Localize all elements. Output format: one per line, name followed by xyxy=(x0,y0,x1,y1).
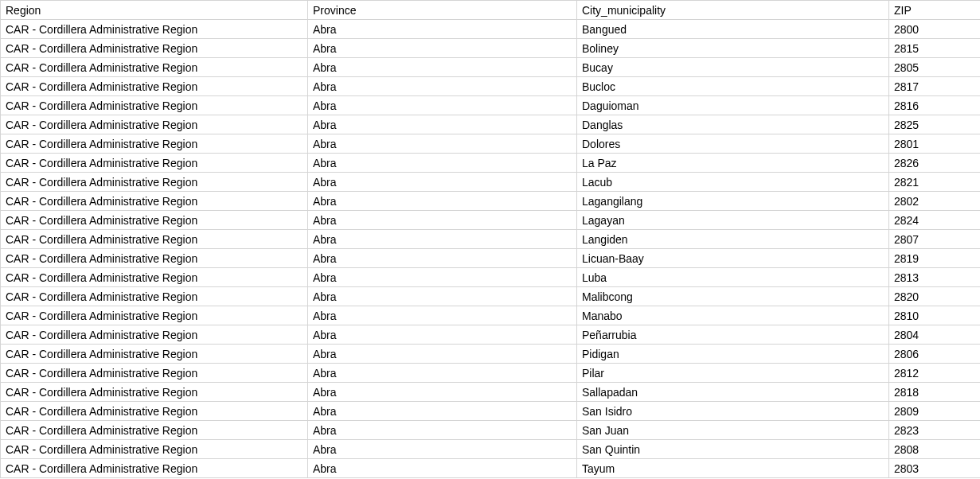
cell-zip[interactable]: 2826 xyxy=(889,154,981,173)
cell-zip[interactable]: 2807 xyxy=(889,230,981,249)
cell-province[interactable]: Abra xyxy=(308,115,577,134)
cell-province[interactable]: Abra xyxy=(308,268,577,287)
cell-zip[interactable]: 2806 xyxy=(889,345,981,364)
cell-region[interactable]: CAR - Cordillera Administrative Region xyxy=(1,58,308,77)
cell-zip[interactable]: 2819 xyxy=(889,249,981,268)
cell-province[interactable]: Abra xyxy=(308,134,577,154)
header-region[interactable]: Region xyxy=(1,1,308,20)
cell-region[interactable]: CAR - Cordillera Administrative Region xyxy=(1,192,308,211)
cell-city[interactable]: Boliney xyxy=(577,39,889,58)
cell-region[interactable]: CAR - Cordillera Administrative Region xyxy=(1,20,308,39)
cell-zip[interactable]: 2820 xyxy=(889,287,981,306)
cell-zip[interactable]: 2810 xyxy=(889,306,981,325)
cell-zip[interactable]: 2802 xyxy=(889,192,981,211)
cell-province[interactable]: Abra xyxy=(308,440,577,459)
cell-province[interactable]: Abra xyxy=(308,173,577,192)
cell-region[interactable]: CAR - Cordillera Administrative Region xyxy=(1,402,308,421)
cell-province[interactable]: Abra xyxy=(308,383,577,402)
cell-city[interactable]: San Juan xyxy=(577,421,889,440)
cell-region[interactable]: CAR - Cordillera Administrative Region xyxy=(1,39,308,58)
cell-province[interactable]: Abra xyxy=(308,402,577,421)
cell-province[interactable]: Abra xyxy=(308,421,577,440)
cell-region[interactable]: CAR - Cordillera Administrative Region xyxy=(1,364,308,383)
cell-region[interactable]: CAR - Cordillera Administrative Region xyxy=(1,134,308,154)
cell-region[interactable]: CAR - Cordillera Administrative Region xyxy=(1,249,308,268)
cell-region[interactable]: CAR - Cordillera Administrative Region xyxy=(1,440,308,459)
cell-province[interactable]: Abra xyxy=(308,39,577,58)
cell-city[interactable]: Danglas xyxy=(577,115,889,134)
cell-zip[interactable]: 2817 xyxy=(889,77,981,96)
cell-zip[interactable]: 2805 xyxy=(889,58,981,77)
cell-province[interactable]: Abra xyxy=(308,325,577,345)
header-province[interactable]: Province xyxy=(308,1,577,20)
cell-region[interactable]: CAR - Cordillera Administrative Region xyxy=(1,306,308,325)
cell-province[interactable]: Abra xyxy=(308,364,577,383)
cell-city[interactable]: Bangued xyxy=(577,20,889,39)
cell-city[interactable]: Malibcong xyxy=(577,287,889,306)
cell-region[interactable]: CAR - Cordillera Administrative Region xyxy=(1,77,308,96)
cell-province[interactable]: Abra xyxy=(308,77,577,96)
cell-province[interactable]: Abra xyxy=(308,20,577,39)
cell-province[interactable]: Abra xyxy=(308,96,577,115)
cell-city[interactable]: Langiden xyxy=(577,230,889,249)
cell-zip[interactable]: 2813 xyxy=(889,268,981,287)
cell-region[interactable]: CAR - Cordillera Administrative Region xyxy=(1,173,308,192)
cell-province[interactable]: Abra xyxy=(308,459,577,478)
cell-region[interactable]: CAR - Cordillera Administrative Region xyxy=(1,325,308,345)
cell-city[interactable]: Lacub xyxy=(577,173,889,192)
cell-city[interactable]: Dolores xyxy=(577,134,889,154)
cell-zip[interactable]: 2812 xyxy=(889,364,981,383)
cell-city[interactable]: San Quintin xyxy=(577,440,889,459)
cell-zip[interactable]: 2815 xyxy=(889,39,981,58)
cell-province[interactable]: Abra xyxy=(308,58,577,77)
cell-region[interactable]: CAR - Cordillera Administrative Region xyxy=(1,96,308,115)
cell-province[interactable]: Abra xyxy=(308,192,577,211)
cell-zip[interactable]: 2804 xyxy=(889,325,981,345)
cell-city[interactable]: Daguioman xyxy=(577,96,889,115)
cell-region[interactable]: CAR - Cordillera Administrative Region xyxy=(1,421,308,440)
cell-zip[interactable]: 2800 xyxy=(889,20,981,39)
cell-zip[interactable]: 2821 xyxy=(889,173,981,192)
cell-zip[interactable]: 2823 xyxy=(889,421,981,440)
cell-region[interactable]: CAR - Cordillera Administrative Region xyxy=(1,383,308,402)
cell-zip[interactable]: 2808 xyxy=(889,440,981,459)
header-city[interactable]: City_municipality xyxy=(577,1,889,20)
cell-city[interactable]: San Isidro xyxy=(577,402,889,421)
cell-zip[interactable]: 2825 xyxy=(889,115,981,134)
cell-city[interactable]: Pilar xyxy=(577,364,889,383)
cell-zip[interactable]: 2801 xyxy=(889,134,981,154)
cell-province[interactable]: Abra xyxy=(308,230,577,249)
cell-city[interactable]: La Paz xyxy=(577,154,889,173)
cell-zip[interactable]: 2824 xyxy=(889,211,981,230)
cell-province[interactable]: Abra xyxy=(308,287,577,306)
cell-region[interactable]: CAR - Cordillera Administrative Region xyxy=(1,268,308,287)
cell-city[interactable]: Manabo xyxy=(577,306,889,325)
cell-region[interactable]: CAR - Cordillera Administrative Region xyxy=(1,115,308,134)
cell-city[interactable]: Lagangilang xyxy=(577,192,889,211)
cell-city[interactable]: Sallapadan xyxy=(577,383,889,402)
cell-city[interactable]: Bucay xyxy=(577,58,889,77)
cell-zip[interactable]: 2809 xyxy=(889,402,981,421)
cell-city[interactable]: Lagayan xyxy=(577,211,889,230)
cell-province[interactable]: Abra xyxy=(308,211,577,230)
cell-region[interactable]: CAR - Cordillera Administrative Region xyxy=(1,459,308,478)
cell-zip[interactable]: 2816 xyxy=(889,96,981,115)
cell-city[interactable]: Pidigan xyxy=(577,345,889,364)
cell-zip[interactable]: 2818 xyxy=(889,383,981,402)
cell-city[interactable]: Licuan-Baay xyxy=(577,249,889,268)
cell-region[interactable]: CAR - Cordillera Administrative Region xyxy=(1,154,308,173)
cell-province[interactable]: Abra xyxy=(308,154,577,173)
cell-city[interactable]: Tayum xyxy=(577,459,889,478)
cell-province[interactable]: Abra xyxy=(308,249,577,268)
cell-province[interactable]: Abra xyxy=(308,306,577,325)
cell-region[interactable]: CAR - Cordillera Administrative Region xyxy=(1,211,308,230)
cell-region[interactable]: CAR - Cordillera Administrative Region xyxy=(1,230,308,249)
cell-zip[interactable]: 2803 xyxy=(889,459,981,478)
cell-city[interactable]: Luba xyxy=(577,268,889,287)
cell-city[interactable]: Bucloc xyxy=(577,77,889,96)
cell-region[interactable]: CAR - Cordillera Administrative Region xyxy=(1,287,308,306)
cell-city[interactable]: Peñarrubia xyxy=(577,325,889,345)
header-zip[interactable]: ZIP xyxy=(889,1,981,20)
cell-region[interactable]: CAR - Cordillera Administrative Region xyxy=(1,345,308,364)
cell-province[interactable]: Abra xyxy=(308,345,577,364)
